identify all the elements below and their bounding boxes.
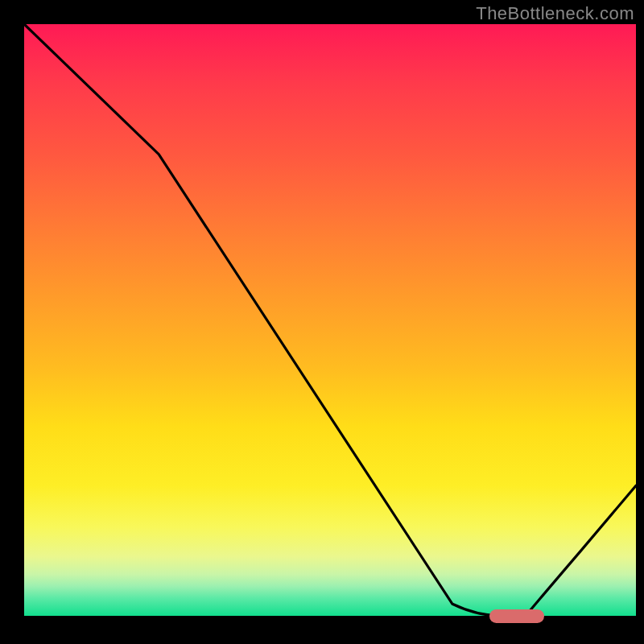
watermark-text: TheBottleneck.com bbox=[476, 3, 634, 24]
optimum-marker bbox=[489, 609, 544, 623]
curve-path bbox=[24, 24, 636, 616]
heatmap-gradient-plot bbox=[24, 24, 636, 616]
bottleneck-curve bbox=[24, 24, 636, 616]
